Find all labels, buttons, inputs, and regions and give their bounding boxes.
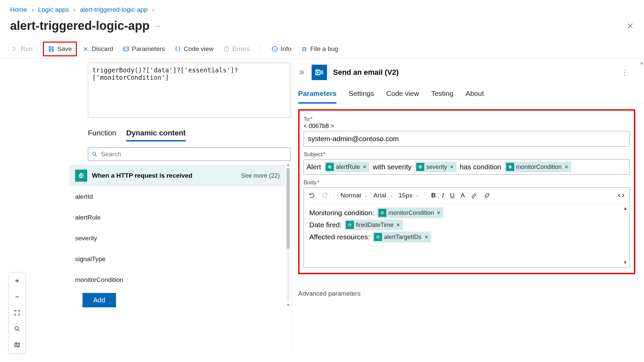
tab-parameters[interactable]: Parameters	[298, 89, 336, 104]
save-button[interactable]: Save	[43, 42, 77, 56]
fit-screen-button[interactable]	[9, 305, 25, 321]
separator	[334, 191, 334, 200]
search-input[interactable]	[101, 150, 287, 158]
token-alertrule[interactable]: alertRule✕	[324, 162, 369, 172]
zoom-in-button[interactable]: ＋	[9, 273, 25, 289]
remove-token-icon[interactable]: ✕	[396, 222, 400, 228]
dc-item-monitorcondition[interactable]: monitorCondition	[69, 269, 286, 290]
dynamic-content-list: alertId alertRule severity signalType mo…	[69, 186, 286, 290]
minimap-button[interactable]	[9, 337, 25, 353]
body-text: Monitoring condition:	[309, 209, 374, 217]
breadcrumb-logicapps[interactable]: Logic apps	[38, 6, 69, 13]
search-canvas-button[interactable]	[9, 321, 25, 337]
body-editor[interactable]: Normal ⌵ Arial ⌵ 15px ⌵ B I U A Monitori…	[304, 187, 630, 267]
play-icon	[11, 46, 18, 52]
errors-button[interactable]: Errors	[219, 43, 254, 55]
dynamic-content-section-header[interactable]: When a HTTP request is received See more…	[69, 165, 286, 186]
parameters-form: To* < 0067b8 > Subject* Alert alertRule✕…	[298, 109, 635, 274]
bug-icon	[301, 46, 308, 52]
action-more-icon[interactable]: ⋮	[621, 68, 628, 76]
scroll-down-icon[interactable]: ▼	[623, 260, 628, 265]
scroll-up-icon[interactable]: ▲	[623, 205, 628, 211]
token-monitorcondition[interactable]: monitorCondition✕	[505, 162, 571, 172]
more-icon[interactable]: ···	[155, 22, 161, 30]
close-icon[interactable]	[627, 22, 634, 29]
expression-editor[interactable]: triggerBody()?['data']?['essentials']?['…	[88, 63, 290, 118]
page-title: alert-triggered-logic-app	[10, 19, 150, 33]
remove-token-icon[interactable]: ✕	[363, 164, 367, 170]
font-select[interactable]: Arial ⌵	[373, 192, 392, 199]
body-text: Affected resources:	[309, 233, 370, 241]
tab-about[interactable]: About	[466, 89, 484, 104]
remove-token-icon[interactable]: ✕	[424, 234, 428, 240]
subject-text: has condition	[460, 163, 501, 171]
discard-button[interactable]: Discard	[78, 43, 117, 55]
tab-codeview[interactable]: Code view	[386, 89, 419, 104]
dc-item-signaltype[interactable]: signalType	[69, 249, 286, 269]
collapse-icon[interactable]	[298, 69, 306, 76]
see-more-link[interactable]: See more (22)	[241, 172, 280, 179]
remove-token-icon[interactable]: ✕	[450, 164, 454, 170]
outlook-icon	[312, 65, 327, 80]
token-icon	[374, 233, 382, 241]
link-icon[interactable]	[484, 192, 490, 199]
breadcrumb: Home › Logic apps › alert-triggered-logi…	[0, 0, 644, 16]
codeview-button[interactable]: Code view	[170, 43, 218, 55]
undo-icon[interactable]	[309, 192, 315, 199]
advanced-parameters-label[interactable]: Advanced parameters	[298, 283, 635, 297]
svg-point-3	[303, 48, 306, 51]
scrollbar-thumb[interactable]	[286, 168, 290, 249]
scroll-down-icon[interactable]: ▼	[286, 303, 290, 307]
token-icon	[416, 163, 424, 171]
editor-toolbar: Normal ⌵ Arial ⌵ 15px ⌵ B I U A	[304, 188, 630, 203]
fontsize-select[interactable]: 15px ⌵	[398, 192, 419, 199]
remove-token-icon[interactable]: ✕	[565, 164, 569, 170]
dc-item-alertid[interactable]: alertId	[69, 186, 286, 207]
http-trigger-icon	[75, 170, 87, 182]
section-label: When a HTTP request is received	[92, 172, 193, 179]
zoom-out-button[interactable]: －	[9, 289, 25, 305]
parameters-icon	[123, 46, 129, 52]
subject-input[interactable]: Alert alertRule✕ with severity severity✕…	[304, 159, 630, 175]
search-icon	[92, 151, 98, 157]
underline-icon[interactable]: U	[450, 192, 455, 199]
separator	[425, 191, 425, 200]
italic-icon[interactable]: I	[442, 192, 444, 199]
dc-item-alertrule[interactable]: alertRule	[69, 207, 286, 228]
scroll-up-icon[interactable]: ▲	[286, 162, 290, 167]
chevron-right-icon: ›	[73, 6, 75, 13]
remove-token-icon[interactable]: ✕	[437, 210, 441, 216]
token-fireddatetime[interactable]: firedDateTime✕	[344, 220, 403, 230]
bold-icon[interactable]: B	[431, 192, 436, 199]
redo-icon[interactable]	[321, 192, 328, 199]
add-button[interactable]: Add	[83, 293, 116, 307]
dc-item-severity[interactable]: severity	[69, 228, 286, 249]
parameters-button[interactable]: Parameters	[119, 43, 169, 55]
search-box[interactable]	[88, 147, 290, 161]
subject-text: with severity	[373, 163, 412, 171]
breadcrumb-app[interactable]: alert-triggered-logic-app	[80, 6, 148, 13]
font-color-icon[interactable]: A	[461, 192, 465, 199]
paragraph-style-select[interactable]: Normal ⌵	[340, 192, 367, 199]
editor-content[interactable]: Monitoring condition: monitorCondition✕ …	[304, 203, 630, 267]
breadcrumb-home[interactable]: Home	[10, 6, 27, 13]
token-severity[interactable]: severity✕	[415, 162, 457, 172]
run-button[interactable]: Run ⌵	[7, 43, 42, 55]
to-input[interactable]	[304, 131, 630, 146]
separator	[260, 44, 261, 54]
tab-testing[interactable]: Testing	[431, 89, 453, 104]
token-monitorcondition[interactable]: monitorCondition✕	[377, 207, 443, 218]
braces-icon	[174, 46, 181, 52]
tab-function[interactable]: Function	[88, 129, 116, 141]
info-button[interactable]: Info	[267, 43, 296, 55]
file-bug-button[interactable]: File a bug	[297, 43, 342, 55]
code-toggle-icon[interactable]	[618, 192, 625, 199]
action-title: Send an email (V2)	[333, 68, 399, 77]
tab-dynamic-content[interactable]: Dynamic content	[126, 129, 185, 141]
tab-settings[interactable]: Settings	[348, 89, 374, 104]
highlight-icon[interactable]	[471, 192, 478, 199]
page-scroll-up-icon[interactable]: ▲	[640, 61, 644, 65]
token-icon	[506, 163, 514, 171]
chevron-down-icon: ⌵	[35, 47, 38, 51]
token-alerttargetids[interactable]: alertTargetIDs✕	[373, 232, 431, 242]
